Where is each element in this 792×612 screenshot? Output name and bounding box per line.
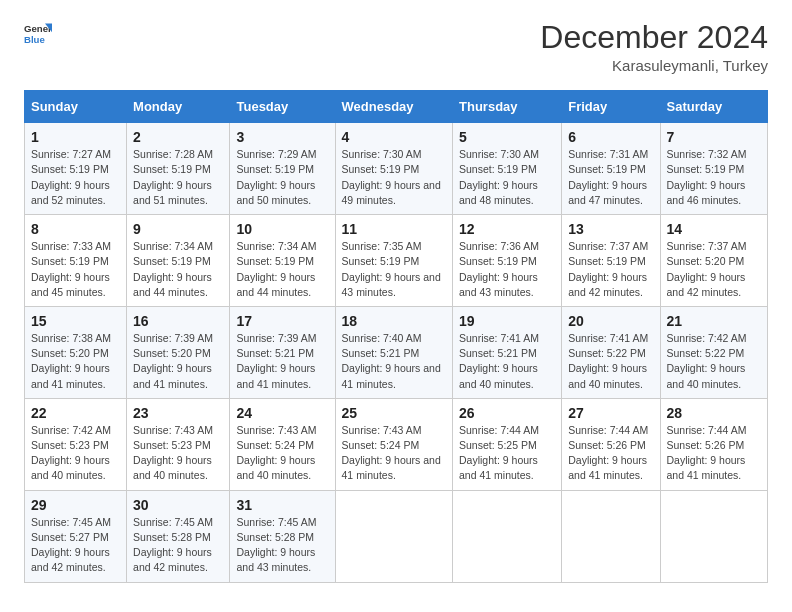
table-row: 14 Sunrise: 7:37 AMSunset: 5:20 PMDaylig…: [660, 215, 767, 307]
table-row: 7 Sunrise: 7:32 AMSunset: 5:19 PMDayligh…: [660, 123, 767, 215]
day-number: 5: [459, 129, 555, 145]
header-sunday: Sunday: [25, 91, 127, 123]
day-number: 25: [342, 405, 446, 421]
calendar-week-3: 15 Sunrise: 7:38 AMSunset: 5:20 PMDaylig…: [25, 306, 768, 398]
svg-text:Blue: Blue: [24, 34, 45, 45]
header-row: Sunday Monday Tuesday Wednesday Thursday…: [25, 91, 768, 123]
day-info: Sunrise: 7:39 AMSunset: 5:20 PMDaylight:…: [133, 332, 213, 390]
page-header: General Blue December 2024 Karasuleymanl…: [24, 20, 768, 74]
day-number: 20: [568, 313, 653, 329]
table-row: 20 Sunrise: 7:41 AMSunset: 5:22 PMDaylig…: [562, 306, 660, 398]
table-row: 2 Sunrise: 7:28 AMSunset: 5:19 PMDayligh…: [127, 123, 230, 215]
header-saturday: Saturday: [660, 91, 767, 123]
calendar-week-1: 1 Sunrise: 7:27 AMSunset: 5:19 PMDayligh…: [25, 123, 768, 215]
table-row: 8 Sunrise: 7:33 AMSunset: 5:19 PMDayligh…: [25, 215, 127, 307]
day-info: Sunrise: 7:37 AMSunset: 5:20 PMDaylight:…: [667, 240, 747, 298]
table-row: 19 Sunrise: 7:41 AMSunset: 5:21 PMDaylig…: [453, 306, 562, 398]
table-row: 28 Sunrise: 7:44 AMSunset: 5:26 PMDaylig…: [660, 398, 767, 490]
day-number: 31: [236, 497, 328, 513]
table-row: [335, 490, 452, 582]
day-info: Sunrise: 7:44 AMSunset: 5:26 PMDaylight:…: [667, 424, 747, 482]
day-number: 30: [133, 497, 223, 513]
day-info: Sunrise: 7:41 AMSunset: 5:22 PMDaylight:…: [568, 332, 648, 390]
table-row: 17 Sunrise: 7:39 AMSunset: 5:21 PMDaylig…: [230, 306, 335, 398]
day-number: 23: [133, 405, 223, 421]
day-info: Sunrise: 7:34 AMSunset: 5:19 PMDaylight:…: [236, 240, 316, 298]
day-number: 27: [568, 405, 653, 421]
table-row: 15 Sunrise: 7:38 AMSunset: 5:20 PMDaylig…: [25, 306, 127, 398]
table-row: 26 Sunrise: 7:44 AMSunset: 5:25 PMDaylig…: [453, 398, 562, 490]
table-row: 25 Sunrise: 7:43 AMSunset: 5:24 PMDaylig…: [335, 398, 452, 490]
day-info: Sunrise: 7:41 AMSunset: 5:21 PMDaylight:…: [459, 332, 539, 390]
day-info: Sunrise: 7:28 AMSunset: 5:19 PMDaylight:…: [133, 148, 213, 206]
table-row: [562, 490, 660, 582]
day-number: 6: [568, 129, 653, 145]
day-number: 22: [31, 405, 120, 421]
day-info: Sunrise: 7:30 AMSunset: 5:19 PMDaylight:…: [459, 148, 539, 206]
main-title: December 2024: [540, 20, 768, 55]
day-number: 26: [459, 405, 555, 421]
day-info: Sunrise: 7:44 AMSunset: 5:25 PMDaylight:…: [459, 424, 539, 482]
day-number: 17: [236, 313, 328, 329]
day-info: Sunrise: 7:45 AMSunset: 5:27 PMDaylight:…: [31, 516, 111, 574]
day-info: Sunrise: 7:38 AMSunset: 5:20 PMDaylight:…: [31, 332, 111, 390]
day-info: Sunrise: 7:45 AMSunset: 5:28 PMDaylight:…: [133, 516, 213, 574]
day-number: 10: [236, 221, 328, 237]
header-monday: Monday: [127, 91, 230, 123]
calendar-week-2: 8 Sunrise: 7:33 AMSunset: 5:19 PMDayligh…: [25, 215, 768, 307]
title-area: December 2024 Karasuleymanli, Turkey: [540, 20, 768, 74]
table-row: 29 Sunrise: 7:45 AMSunset: 5:27 PMDaylig…: [25, 490, 127, 582]
day-number: 21: [667, 313, 761, 329]
day-number: 4: [342, 129, 446, 145]
day-number: 11: [342, 221, 446, 237]
day-info: Sunrise: 7:45 AMSunset: 5:28 PMDaylight:…: [236, 516, 316, 574]
day-info: Sunrise: 7:44 AMSunset: 5:26 PMDaylight:…: [568, 424, 648, 482]
table-row: 12 Sunrise: 7:36 AMSunset: 5:19 PMDaylig…: [453, 215, 562, 307]
day-number: 14: [667, 221, 761, 237]
day-number: 1: [31, 129, 120, 145]
table-row: 24 Sunrise: 7:43 AMSunset: 5:24 PMDaylig…: [230, 398, 335, 490]
day-number: 24: [236, 405, 328, 421]
table-row: 13 Sunrise: 7:37 AMSunset: 5:19 PMDaylig…: [562, 215, 660, 307]
table-row: [453, 490, 562, 582]
day-info: Sunrise: 7:33 AMSunset: 5:19 PMDaylight:…: [31, 240, 111, 298]
table-row: 27 Sunrise: 7:44 AMSunset: 5:26 PMDaylig…: [562, 398, 660, 490]
table-row: 30 Sunrise: 7:45 AMSunset: 5:28 PMDaylig…: [127, 490, 230, 582]
day-info: Sunrise: 7:40 AMSunset: 5:21 PMDaylight:…: [342, 332, 441, 390]
table-row: 10 Sunrise: 7:34 AMSunset: 5:19 PMDaylig…: [230, 215, 335, 307]
header-thursday: Thursday: [453, 91, 562, 123]
day-number: 3: [236, 129, 328, 145]
day-info: Sunrise: 7:37 AMSunset: 5:19 PMDaylight:…: [568, 240, 648, 298]
table-row: 23 Sunrise: 7:43 AMSunset: 5:23 PMDaylig…: [127, 398, 230, 490]
table-row: 22 Sunrise: 7:42 AMSunset: 5:23 PMDaylig…: [25, 398, 127, 490]
calendar-week-4: 22 Sunrise: 7:42 AMSunset: 5:23 PMDaylig…: [25, 398, 768, 490]
day-info: Sunrise: 7:32 AMSunset: 5:19 PMDaylight:…: [667, 148, 747, 206]
header-friday: Friday: [562, 91, 660, 123]
day-number: 19: [459, 313, 555, 329]
table-row: 5 Sunrise: 7:30 AMSunset: 5:19 PMDayligh…: [453, 123, 562, 215]
day-info: Sunrise: 7:43 AMSunset: 5:24 PMDaylight:…: [236, 424, 316, 482]
day-info: Sunrise: 7:31 AMSunset: 5:19 PMDaylight:…: [568, 148, 648, 206]
day-number: 12: [459, 221, 555, 237]
table-row: 3 Sunrise: 7:29 AMSunset: 5:19 PMDayligh…: [230, 123, 335, 215]
table-row: 4 Sunrise: 7:30 AMSunset: 5:19 PMDayligh…: [335, 123, 452, 215]
table-row: 16 Sunrise: 7:39 AMSunset: 5:20 PMDaylig…: [127, 306, 230, 398]
calendar-table: Sunday Monday Tuesday Wednesday Thursday…: [24, 90, 768, 582]
day-number: 13: [568, 221, 653, 237]
day-number: 2: [133, 129, 223, 145]
day-number: 18: [342, 313, 446, 329]
day-number: 9: [133, 221, 223, 237]
logo: General Blue: [24, 20, 52, 48]
day-number: 29: [31, 497, 120, 513]
table-row: 31 Sunrise: 7:45 AMSunset: 5:28 PMDaylig…: [230, 490, 335, 582]
day-number: 7: [667, 129, 761, 145]
calendar-week-5: 29 Sunrise: 7:45 AMSunset: 5:27 PMDaylig…: [25, 490, 768, 582]
day-info: Sunrise: 7:43 AMSunset: 5:24 PMDaylight:…: [342, 424, 441, 482]
table-row: 1 Sunrise: 7:27 AMSunset: 5:19 PMDayligh…: [25, 123, 127, 215]
logo-icon: General Blue: [24, 20, 52, 48]
day-number: 15: [31, 313, 120, 329]
day-number: 28: [667, 405, 761, 421]
header-tuesday: Tuesday: [230, 91, 335, 123]
day-info: Sunrise: 7:30 AMSunset: 5:19 PMDaylight:…: [342, 148, 441, 206]
header-wednesday: Wednesday: [335, 91, 452, 123]
